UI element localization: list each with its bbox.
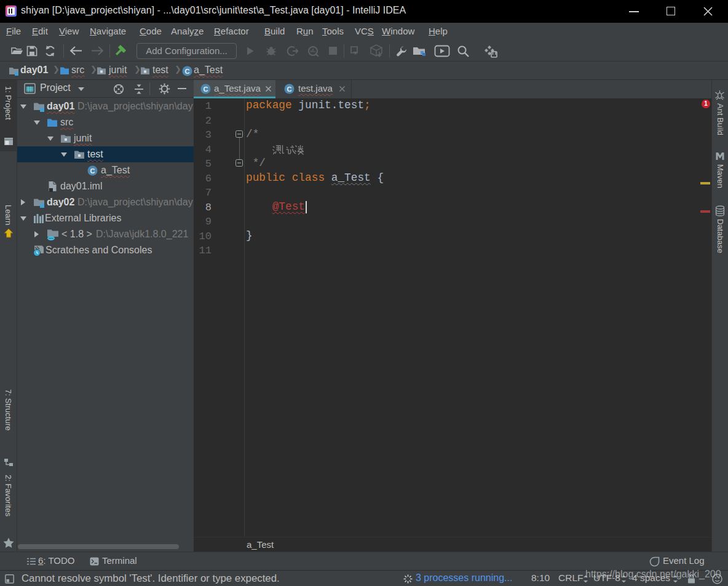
svg-text:C: C: [204, 85, 208, 93]
svg-text:C: C: [90, 167, 95, 175]
svg-text:C: C: [185, 68, 190, 75]
svg-text:C: C: [287, 85, 292, 93]
